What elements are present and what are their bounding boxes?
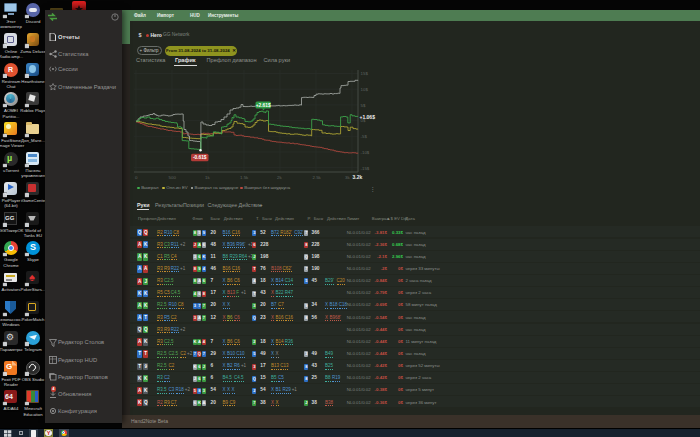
svg-text:5$: 5$ [361, 103, 366, 108]
svg-text:-5$: -5$ [361, 134, 368, 139]
svg-text:10$: 10$ [361, 87, 369, 92]
svg-text:3.2k: 3.2k [353, 174, 363, 180]
svg-text:15$: 15$ [361, 71, 369, 76]
svg-text:2k: 2k [277, 175, 282, 180]
svg-text:-0.61$: -0.61$ [193, 155, 207, 160]
svg-text:⋮: ⋮ [370, 186, 376, 192]
svg-text:500: 500 [169, 175, 177, 180]
svg-text:+1.06$: +1.06$ [360, 114, 376, 120]
svg-text:+2.61$: +2.61$ [256, 103, 271, 108]
svg-text:0: 0 [135, 175, 138, 180]
svg-text:1k: 1k [205, 175, 210, 180]
svg-text:1.5k: 1.5k [240, 175, 249, 180]
svg-text:-15$: -15$ [361, 166, 370, 171]
svg-text:-10$: -10$ [361, 150, 370, 155]
svg-text:3k: 3k [345, 175, 350, 180]
svg-text:2.5k: 2.5k [313, 175, 322, 180]
